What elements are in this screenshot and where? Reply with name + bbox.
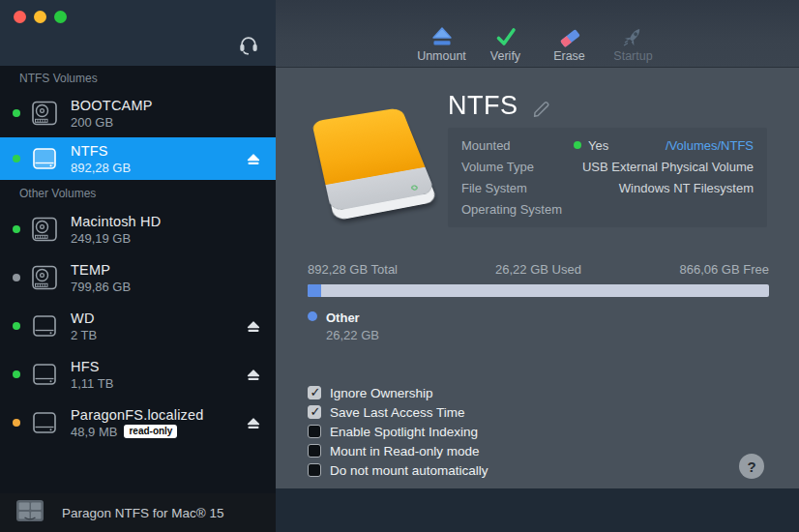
status-dot <box>13 274 20 281</box>
external-drive-icon <box>31 409 58 436</box>
main-panel: Unmount Verify <box>276 0 799 532</box>
status-dot <box>13 322 20 330</box>
mount-options: Ignore Ownership Save Last Access Time E… <box>308 385 488 478</box>
orange-drive-icon <box>311 107 435 212</box>
option-save-last-access-time[interactable]: Save Last Access Time <box>308 404 488 420</box>
volume-name: Macintosh HD <box>71 214 161 229</box>
toolbar-button-label: Unmount <box>417 49 466 63</box>
startup-button[interactable]: Startup <box>608 25 659 63</box>
volume-row-paragonfs[interactable]: ParagonFS.localized 48,9 MB read-only <box>0 399 276 447</box>
option-do-not-mount-automatically[interactable]: Do not mount automatically <box>308 462 488 478</box>
toolbar-button-label: Startup <box>613 49 652 63</box>
internal-hdd-icon <box>31 264 58 291</box>
info-row-volume-type: Volume Type USB External Physical Volume <box>461 156 754 177</box>
volume-row-hfs[interactable]: HFS 1,11 TB <box>0 350 276 399</box>
app-window: NTFS Volumes BOOTCAMP 200 GB <box>0 0 799 532</box>
volume-size: 249,19 GB <box>71 231 131 246</box>
close-window-button[interactable] <box>14 11 26 23</box>
status-dot <box>13 370 20 378</box>
volume-size: 2 TB <box>71 328 97 342</box>
sidebar-footer: Paragon NTFS for Mac® 15 <box>0 493 276 532</box>
legend-name: Other <box>326 310 360 325</box>
status-dot <box>13 155 20 163</box>
volume-row-temp[interactable]: TEMP 799,86 GB <box>0 253 276 302</box>
app-name-label: Paragon NTFS for Mac® 15 <box>62 506 224 520</box>
support-headset-icon[interactable] <box>237 32 260 55</box>
mounted-status-dot <box>574 141 581 149</box>
volume-row-wd[interactable]: WD 2 TB <box>0 302 276 350</box>
usage-bar <box>308 284 769 297</box>
eject-icon[interactable] <box>247 153 260 165</box>
volume-size: 892,28 GB <box>71 161 131 175</box>
eject-icon[interactable] <box>247 320 260 333</box>
section-label-other-volumes: Other Volumes <box>0 180 276 205</box>
info-label: Mounted <box>461 138 574 153</box>
volume-size: 1,11 TB <box>71 376 113 391</box>
info-row-mounted: Mounted Yes /Volumes/NTFS <box>461 134 754 156</box>
option-ignore-ownership[interactable]: Ignore Ownership <box>308 385 488 400</box>
volume-size: 48,9 MB <box>71 425 117 439</box>
volume-name: BOOTCAMP <box>71 98 153 113</box>
volume-row-ntfs[interactable]: NTFS 892,28 GB <box>0 137 276 180</box>
toolbar: Unmount Verify <box>276 0 799 68</box>
eject-icon <box>429 25 455 48</box>
main-footer <box>276 488 799 532</box>
checkbox[interactable] <box>308 463 321 477</box>
toolbar-button-label: Verify <box>490 49 520 63</box>
internal-hdd-icon <box>31 216 58 243</box>
unmount-button[interactable]: Unmount <box>417 25 467 63</box>
usage-total: 892,28 GB Total <box>308 262 461 277</box>
help-button[interactable]: ? <box>739 454 764 479</box>
volume-name: WD <box>71 310 97 326</box>
external-drive-icon <box>31 312 58 340</box>
legend-size: 26,22 GB <box>326 328 379 342</box>
volume-name: ParagonFS.localized <box>71 407 204 423</box>
info-value: USB External Physical Volume <box>582 160 754 174</box>
sidebar: NTFS Volumes BOOTCAMP 200 GB <box>0 0 276 532</box>
window-controls <box>14 11 67 23</box>
checkbox[interactable] <box>308 425 321 438</box>
volume-name: HFS <box>71 359 113 374</box>
info-row-file-system: File System Windows NT Filesystem <box>461 177 754 198</box>
sidebar-header <box>0 0 276 66</box>
legend-dot <box>308 311 317 321</box>
volume-illustration <box>301 99 446 229</box>
info-label: Operating System <box>461 202 574 217</box>
option-mount-read-only[interactable]: Mount in Read-only mode <box>308 443 488 458</box>
info-label: File System <box>461 181 574 195</box>
mounted-status: Yes <box>588 138 608 153</box>
checkbox[interactable] <box>308 405 321 419</box>
volume-info-panel: Mounted Yes /Volumes/NTFS Volume Type US… <box>448 128 767 227</box>
option-label: Enable Spotlight Indexing <box>330 425 478 439</box>
section-label-ntfs-volumes: NTFS Volumes <box>0 66 276 89</box>
eraser-icon <box>557 25 582 48</box>
mount-point-link[interactable]: /Volumes/NTFS <box>666 138 754 153</box>
verify-button[interactable]: Verify <box>481 25 531 63</box>
eject-icon[interactable] <box>247 417 260 429</box>
status-dot <box>13 419 20 427</box>
option-label: Ignore Ownership <box>330 386 433 400</box>
volume-row-macintosh-hd[interactable]: Macintosh HD 249,19 GB <box>0 205 276 253</box>
eject-icon[interactable] <box>247 369 260 381</box>
external-drive-icon <box>31 145 58 172</box>
usage-legend: Other 26,22 GB <box>308 309 379 343</box>
minimize-window-button[interactable] <box>34 11 46 23</box>
option-label: Do not mount automatically <box>330 463 488 478</box>
option-label: Mount in Read-only mode <box>330 444 480 458</box>
rocket-icon <box>621 25 646 48</box>
drive-stack-icon <box>15 499 44 526</box>
volume-row-bootcamp[interactable]: BOOTCAMP 200 GB <box>0 89 276 137</box>
checkbox[interactable] <box>308 386 321 399</box>
drive-led <box>410 185 418 191</box>
internal-hdd-icon <box>31 100 58 127</box>
page-title: NTFS <box>448 91 518 121</box>
erase-button[interactable]: Erase <box>545 25 595 63</box>
status-dot <box>13 225 20 233</box>
zoom-window-button[interactable] <box>54 11 67 23</box>
option-enable-spotlight-indexing[interactable]: Enable Spotlight Indexing <box>308 424 488 439</box>
checkbox[interactable] <box>308 444 321 458</box>
usage-bar-used-segment <box>308 284 321 297</box>
volume-size: 200 GB <box>71 115 113 130</box>
edit-pencil-icon[interactable] <box>531 98 552 119</box>
volume-name: TEMP <box>71 262 131 278</box>
